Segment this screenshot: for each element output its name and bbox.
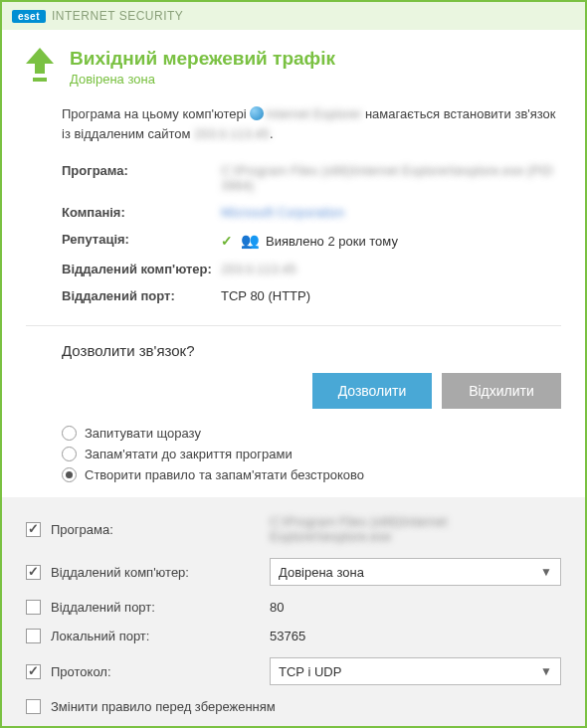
- radio-ask-every-time[interactable]: Запитувати щоразу: [62, 423, 561, 444]
- rule-local-port: Локальний порт: 53765: [26, 622, 561, 650]
- body: Програма на цьому комп'ютері Internet Ex…: [2, 96, 585, 336]
- value-reputation: ✓ 👥 Виявлено 2 роки тому: [221, 232, 561, 250]
- radio-remember-until-close[interactable]: Запам'ятати до закриття програми: [62, 444, 561, 464]
- radio-remember-close-input[interactable]: [62, 447, 77, 461]
- info-table: Програма: C:\Program Files (x86)\Interne…: [62, 157, 561, 309]
- header: Вихідний мережевий трафік Довірена зона: [2, 30, 585, 96]
- divider: [26, 325, 561, 326]
- select-remote-host[interactable]: Довірена зона ▼: [270, 558, 561, 586]
- chk-protocol[interactable]: [26, 664, 41, 679]
- chk-program[interactable]: [26, 522, 41, 537]
- dialog-window: eset INTERNET SECURITY Вихідний мережеви…: [0, 0, 587, 728]
- rule-program: Програма: C:\Program Files (x86)\Interne…: [26, 507, 561, 551]
- outgoing-traffic-icon: [26, 48, 54, 82]
- content: Вихідний мережевий трафік Довірена зона …: [2, 30, 585, 726]
- radio-create-rule-input[interactable]: [62, 467, 77, 482]
- chk-remote-port[interactable]: [26, 600, 41, 615]
- value-program: C:\Program Files (x86)\Internet Explorer…: [221, 163, 561, 193]
- label-company: Компанія:: [62, 205, 221, 220]
- row-remote-host: Віддалений комп'ютер: 203.0.113.45: [62, 256, 561, 282]
- radio-ask-label: Запитувати щоразу: [85, 426, 201, 441]
- reputation-text: Виявлено 2 роки тому: [266, 234, 398, 249]
- select-protocol[interactable]: TCP і UDP ▼: [270, 657, 561, 685]
- rule-edit-before-save-label: Змінити правило перед збереженням: [51, 699, 276, 714]
- rule-remote-host-label: Віддалений комп'ютер:: [51, 565, 260, 580]
- rule-local-port-label: Локальний порт:: [51, 629, 260, 643]
- rule-protocol: Протокол: TCP і UDP ▼: [26, 650, 561, 692]
- rule-program-label: Програма:: [51, 522, 260, 537]
- intro-app-name: Internet Explorer: [266, 106, 361, 121]
- rule-panel: Програма: C:\Program Files (x86)\Interne…: [2, 497, 585, 726]
- value-company: Microsoft Corporation: [221, 205, 561, 220]
- radio-ask-input[interactable]: [62, 426, 77, 441]
- row-company: Компанія: Microsoft Corporation: [62, 199, 561, 226]
- radio-remember-close-label: Запам'ятати до закриття програми: [85, 447, 293, 461]
- chk-edit-before-save[interactable]: [26, 699, 41, 714]
- value-remote-host: 203.0.113.45: [221, 262, 561, 276]
- ie-icon: [250, 106, 264, 120]
- deny-button[interactable]: Відхилити: [442, 373, 561, 409]
- radio-create-rule-label: Створити правило та запам'ятати безстрок…: [85, 467, 364, 482]
- radio-create-rule[interactable]: Створити правило та запам'ятати безстрок…: [62, 464, 561, 485]
- rule-remote-host: Віддалений комп'ютер: Довірена зона ▼: [26, 551, 561, 593]
- chk-remote-host[interactable]: [26, 565, 41, 580]
- intro-text: Програма на цьому комп'ютері Internet Ex…: [62, 104, 561, 143]
- allow-button[interactable]: Дозволити: [312, 373, 432, 409]
- row-program: Програма: C:\Program Files (x86)\Interne…: [62, 157, 561, 199]
- users-icon: 👥: [241, 232, 258, 250]
- value-remote-port: TCP 80 (HTTP): [221, 288, 561, 303]
- brand-badge: eset: [12, 10, 46, 23]
- remember-options: Запитувати щоразу Запам'ятати до закритт…: [2, 423, 585, 497]
- label-remote-port: Віддалений порт:: [62, 288, 221, 303]
- rule-remote-port-label: Віддалений порт:: [51, 600, 260, 615]
- rule-program-value: C:\Program Files (x86)\Internet Explorer…: [270, 514, 561, 544]
- select-remote-host-value: Довірена зона: [279, 565, 364, 580]
- chevron-down-icon: ▼: [540, 565, 552, 579]
- header-titles: Вихідний мережевий трафік Довірена зона: [70, 48, 335, 87]
- intro-site: 203.0.113.45: [194, 126, 270, 141]
- row-reputation: Репутація: ✓ 👥 Виявлено 2 роки тому: [62, 226, 561, 256]
- rule-protocol-label: Протокол:: [51, 664, 260, 679]
- label-remote-host: Віддалений комп'ютер:: [62, 262, 221, 276]
- check-icon: ✓: [221, 233, 233, 249]
- product-name: INTERNET SECURITY: [52, 9, 183, 23]
- row-remote-port: Віддалений порт: TCP 80 (HTTP): [62, 282, 561, 309]
- chevron-down-icon: ▼: [540, 664, 552, 678]
- rule-local-port-value: 53765: [270, 629, 561, 643]
- intro-part1: Програма на цьому комп'ютері: [62, 106, 250, 121]
- rule-remote-port: Віддалений порт: 80: [26, 593, 561, 622]
- question-text: Дозволити зв'язок?: [62, 336, 585, 373]
- rule-remote-port-value: 80: [270, 600, 561, 615]
- label-reputation: Репутація:: [62, 232, 221, 250]
- button-row: Дозволити Відхилити: [2, 373, 585, 423]
- label-program: Програма:: [62, 163, 221, 193]
- titlebar: eset INTERNET SECURITY: [2, 2, 585, 30]
- chk-local-port[interactable]: [26, 629, 41, 643]
- dialog-title: Вихідний мережевий трафік: [70, 48, 335, 70]
- dialog-subtitle: Довірена зона: [70, 72, 335, 87]
- select-protocol-value: TCP і UDP: [279, 664, 341, 679]
- rule-edit-before-save: Змінити правило перед збереженням: [26, 692, 561, 721]
